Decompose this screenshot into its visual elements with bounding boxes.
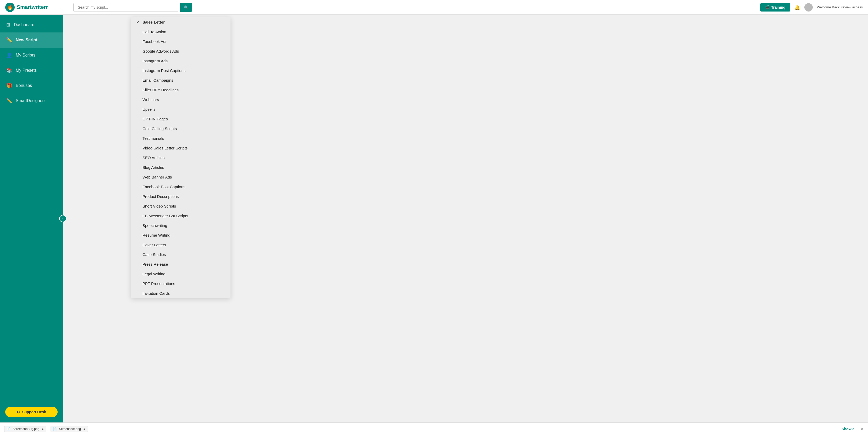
dropdown-item-label: Blog Articles	[143, 165, 164, 170]
dropdown-item-label: Invitation Cards	[143, 291, 170, 296]
header-right: 🎬 Training 🔔 Welcome Back, review access	[761, 3, 863, 11]
dropdown-item-label: Resume Writing	[143, 233, 170, 237]
close-downloads-button[interactable]: ✕	[861, 427, 864, 431]
dropdown-item-label: Case Studies	[143, 252, 166, 257]
dropdown-item[interactable]: Call To Action	[131, 27, 230, 37]
logo-icon: 🔥	[5, 3, 15, 12]
dropdown-item[interactable]: Web Banner Ads	[131, 172, 230, 182]
dropdown-item[interactable]: Cold Calling Scripts	[131, 124, 230, 133]
training-label: Training	[771, 5, 785, 9]
dropdown-item[interactable]: Email Campaigns	[131, 75, 230, 85]
dropdown-item[interactable]: Cover Letters	[131, 240, 230, 250]
support-label: Support Desk	[22, 410, 46, 414]
header: 🔥 Smartwriterr 🔍 🎬 Training 🔔 Welcome Ba…	[0, 0, 868, 15]
download-item[interactable]: 📄Screenshot.png▲	[51, 426, 88, 432]
bonuses-icon: 🎁	[6, 83, 12, 89]
download-file-icon: 📄	[53, 427, 57, 431]
content-area: ✓Sales LetterCall To ActionFacebook AdsG…	[63, 15, 868, 423]
script-type-dropdown[interactable]: ✓Sales LetterCall To ActionFacebook AdsG…	[131, 17, 230, 298]
search-input[interactable]	[73, 3, 178, 12]
dropdown-item[interactable]: Invitation Cards	[131, 289, 230, 298]
download-item[interactable]: 📄Screenshot (1).png▲	[4, 426, 46, 432]
dropdown-item[interactable]: Instagram Post Captions	[131, 66, 230, 75]
logo-area: 🔥 Smartwriterr	[5, 3, 68, 12]
dropdown-item[interactable]: Case Studies	[131, 250, 230, 259]
dropdown-item-label: Killer DFY Headlines	[143, 88, 179, 92]
dropdown-item-label: Instagram Ads	[143, 59, 167, 63]
dropdown-item-label: OPT-IN Pages	[143, 117, 168, 121]
download-item-name: Screenshot (1).png	[12, 427, 39, 431]
dropdown-item-label: Web Banner Ads	[143, 175, 172, 179]
dropdown-item[interactable]: FB Messenger Bot Scripts	[131, 211, 230, 221]
dropdown-item-label: Cold Calling Scripts	[143, 126, 177, 131]
sidebar-item-my-presets[interactable]: 📚 My Presets	[0, 63, 63, 78]
dropdown-item[interactable]: Google Adwords Ads	[131, 46, 230, 56]
dropdown-item[interactable]: Resume Writing	[131, 230, 230, 240]
dropdown-item-label: Instagram Post Captions	[143, 68, 185, 73]
dropdown-item[interactable]: ✓Sales Letter	[131, 17, 230, 27]
dropdown-item[interactable]: Facebook Post Captions	[131, 182, 230, 192]
dropdown-item[interactable]: Testimonials	[131, 133, 230, 143]
dropdown-item-label: Webinars	[143, 97, 159, 102]
check-mark-icon: ✓	[136, 20, 141, 24]
dropdown-item[interactable]: Blog Articles	[131, 163, 230, 172]
dropdown-item-label: Legal Writing	[143, 272, 165, 276]
dropdown-item-label: Facebook Post Captions	[143, 185, 185, 189]
dropdown-item[interactable]: Short Video Scripts	[131, 201, 230, 211]
search-button[interactable]: 🔍	[180, 3, 192, 12]
dropdown-item-label: Sales Letter	[143, 20, 165, 24]
new-script-icon: ✏️	[6, 37, 12, 43]
sidebar-nav: ⊞ Dashboard ✏️ New Script 👤 My Scripts 📚…	[0, 15, 63, 401]
dropdown-item-label: SEO Articles	[143, 156, 164, 160]
sidebar-item-my-scripts[interactable]: 👤 My Scripts	[0, 47, 63, 63]
dropdown-item-label: Testimonials	[143, 136, 164, 140]
dropdown-item-label: Facebook Ads	[143, 39, 167, 44]
dropdown-item[interactable]: Press Release	[131, 259, 230, 269]
dropdown-item[interactable]: SEO Articles	[131, 153, 230, 163]
training-button[interactable]: 🎬 Training	[761, 3, 790, 11]
sidebar-item-bonuses[interactable]: 🎁 Bonuses	[0, 78, 63, 93]
welcome-text: Welcome Back, review access	[817, 5, 863, 9]
sidebar: ⊞ Dashboard ✏️ New Script 👤 My Scripts 📚…	[0, 15, 63, 423]
sidebar-footer: ⊙ Support Desk	[0, 401, 63, 423]
notification-bell-icon[interactable]: 🔔	[795, 4, 800, 10]
my-presets-icon: 📚	[6, 68, 12, 73]
dropdown-item[interactable]: Killer DFY Headlines	[131, 85, 230, 95]
sidebar-item-label-my-presets: My Presets	[16, 68, 37, 73]
dropdown-item-label: Short Video Scripts	[143, 204, 176, 208]
bottom-bar: 📄Screenshot (1).png▲📄Screenshot.png▲Show…	[0, 423, 868, 435]
sidebar-item-dashboard[interactable]: ⊞ Dashboard	[0, 17, 63, 32]
dropdown-item[interactable]: OPT-IN Pages	[131, 114, 230, 124]
dropdown-item[interactable]: Webinars	[131, 95, 230, 104]
support-icon: ⊙	[17, 410, 20, 414]
sidebar-item-label-dashboard: Dashboard	[14, 23, 34, 27]
video-icon: 🎬	[765, 5, 770, 9]
dropdown-item-label: Google Adwords Ads	[143, 49, 179, 54]
dropdown-item[interactable]: Video Sales Letter Scripts	[131, 143, 230, 153]
dropdown-item[interactable]: PPT Presentations	[131, 279, 230, 289]
dropdown-item-label: Upsells	[143, 107, 155, 111]
sidebar-item-new-script[interactable]: ✏️ New Script	[0, 32, 63, 47]
dropdown-item-label: Call To Action	[143, 30, 166, 34]
dropdown-item[interactable]: Upsells	[131, 104, 230, 114]
download-file-icon: 📄	[6, 427, 10, 431]
dropdown-item[interactable]: Legal Writing	[131, 269, 230, 279]
support-desk-button[interactable]: ⊙ Support Desk	[5, 407, 58, 417]
show-all-button[interactable]: Show all	[841, 427, 857, 431]
dropdown-item[interactable]: Product Descriptions	[131, 192, 230, 201]
sidebar-item-smart-designerr[interactable]: ✏️ SmartDesignerr	[0, 93, 63, 108]
my-scripts-icon: 👤	[6, 52, 12, 58]
sidebar-item-label-smart-designerr: SmartDesignerr	[16, 98, 45, 103]
dropdown-item[interactable]: Instagram Ads	[131, 56, 230, 66]
dropdown-item-label: Cover Letters	[143, 243, 166, 247]
dropdown-item-label: Product Descriptions	[143, 194, 179, 199]
dropdown-item[interactable]: Speechwriting	[131, 221, 230, 230]
main-layout: ⊞ Dashboard ✏️ New Script 👤 My Scripts 📚…	[0, 15, 868, 423]
sidebar-item-label-my-scripts: My Scripts	[16, 53, 35, 58]
dropdown-item-label: Speechwriting	[143, 223, 167, 228]
smart-designerr-icon: ✏️	[6, 98, 12, 104]
search-area: 🔍	[68, 3, 761, 12]
dropdown-item[interactable]: Facebook Ads	[131, 37, 230, 46]
sidebar-item-label-bonuses: Bonuses	[16, 83, 32, 88]
sidebar-collapse-button[interactable]: ‹	[59, 215, 66, 222]
